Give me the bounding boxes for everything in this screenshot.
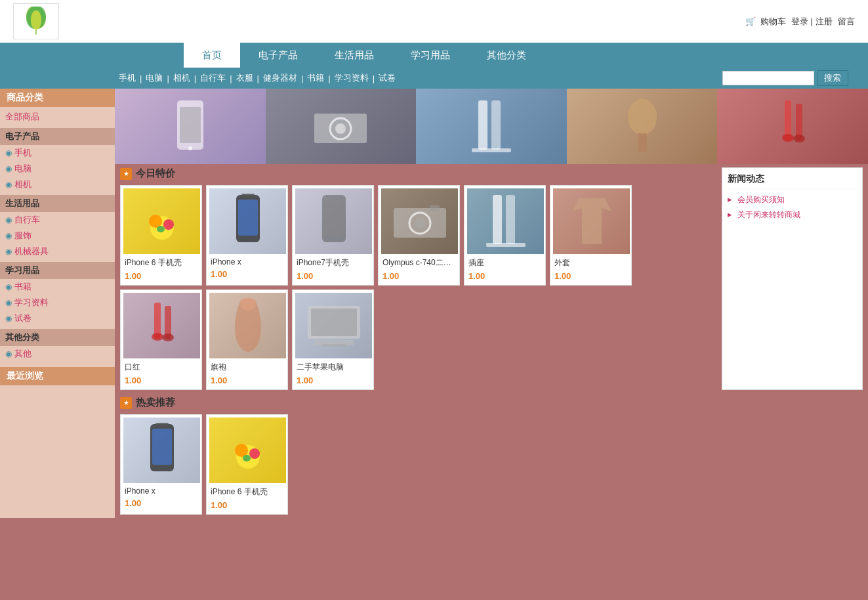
svg-point-30 <box>415 218 425 228</box>
product-card[interactable]: iPhone 6 手机壳 1.00 <box>120 185 202 286</box>
product-name: Olympus c-740二手相机 <box>381 256 457 270</box>
tab-daily[interactable]: 生活用品 <box>316 43 392 68</box>
register-link[interactable]: 注册 <box>816 16 833 28</box>
sidebar-bike: ◉ 自行车 <box>0 212 115 228</box>
sidebar-tools-link[interactable]: 机械器具 <box>14 246 49 257</box>
subnav-study-material[interactable]: 学习资料 <box>331 72 373 84</box>
arrow-icon: ◉ <box>5 215 12 225</box>
sidebar-category-title: 商品分类 <box>0 89 115 107</box>
sidebar-books-link[interactable]: 书籍 <box>14 281 31 293</box>
tab-electronics[interactable]: 电子产品 <box>240 43 316 68</box>
sidebar-exam-link[interactable]: 试卷 <box>14 312 31 324</box>
product-card[interactable]: 口红 1.00 <box>120 289 202 390</box>
svg-rect-33 <box>506 195 515 244</box>
header: 🛒 购物车 登录 | 注册 留言 <box>0 0 868 43</box>
sidebar-books: ◉ 书籍 <box>0 279 115 295</box>
search-button[interactable]: 搜索 <box>817 70 848 86</box>
product-image <box>209 418 286 483</box>
product-price: 1.00 <box>123 270 199 282</box>
arrow-icon: ◉ <box>5 180 12 189</box>
hot-recommend-title: 热卖推荐 <box>136 396 175 409</box>
svg-point-48 <box>235 444 248 457</box>
logo <box>13 3 59 39</box>
hot-product-card[interactable]: iPhone x 1.00 <box>120 414 202 515</box>
svg-point-38 <box>162 333 174 341</box>
sidebar-other: ◉ 其他 <box>0 346 115 362</box>
sidebar-other-link[interactable]: 其他 <box>14 348 31 360</box>
tab-home[interactable]: 首页 <box>184 43 240 68</box>
special-icon: ★ <box>120 168 132 180</box>
product-name: iPhone x <box>209 256 285 268</box>
svg-point-50 <box>243 455 251 461</box>
product-card[interactable]: 旗袍 1.00 <box>206 289 288 390</box>
banner-item-5[interactable] <box>717 89 868 164</box>
product-image <box>467 188 544 254</box>
arrow-icon: ◉ <box>5 314 12 323</box>
svg-point-49 <box>249 448 260 459</box>
product-image <box>209 188 286 254</box>
sidebar-tools: ◉ 机械器具 <box>0 244 115 259</box>
news-link-1[interactable]: 会员购买须知 <box>737 195 785 204</box>
subnav-book[interactable]: 书籍 <box>303 72 328 84</box>
cart-link[interactable]: 购物车 <box>760 16 786 28</box>
news-panel-title: 新闻动态 <box>728 173 857 188</box>
sidebar-phone-link[interactable]: 手机 <box>14 147 31 159</box>
svg-rect-5 <box>180 107 201 143</box>
subnav-phone[interactable]: 手机 <box>115 72 140 84</box>
sidebar-computer-link[interactable]: 电脑 <box>14 163 31 175</box>
sidebar: 商品分类 全部商品 电子产品 ◉ 手机 ◉ 电脑 ◉ 相机 生活用品 ◉ 自行车… <box>0 89 115 518</box>
product-card[interactable]: iPhone x 1.00 <box>206 185 288 286</box>
subnav-clothes[interactable]: 衣服 <box>232 72 257 84</box>
main-content: ★ 今日特价 <box>115 89 868 518</box>
news-panel: 新闻动态 会员购买须知 关于闲来转转商城 <box>722 167 863 390</box>
product-card[interactable]: 插座 1.00 <box>464 185 546 286</box>
product-name: 外套 <box>553 256 629 270</box>
product-name: iPhone x <box>123 485 199 497</box>
product-name: 口红 <box>123 360 199 374</box>
sidebar-daily-cat: 生活用品 <box>0 195 115 212</box>
product-image <box>553 188 630 254</box>
sub-nav: 手机 | 电脑 | 相机 | 自行车 | 衣服 | 健身器材 | 书籍 | 学习… <box>0 68 868 89</box>
search-input[interactable] <box>722 71 814 85</box>
subnav-camera[interactable]: 相机 <box>169 72 194 84</box>
svg-rect-41 <box>311 309 357 336</box>
svg-point-21 <box>163 219 174 230</box>
product-image <box>123 293 200 358</box>
svg-rect-46 <box>155 423 169 426</box>
product-price: 1.00 <box>123 374 199 387</box>
svg-rect-31 <box>430 205 440 211</box>
sidebar-bike-link[interactable]: 自行车 <box>14 214 40 226</box>
product-card[interactable]: iPhone7手机壳 1.00 <box>292 185 374 286</box>
sidebar-fashion-link[interactable]: 服饰 <box>14 230 31 242</box>
subnav-gym[interactable]: 健身器材 <box>259 72 301 84</box>
tab-study[interactable]: 学习用品 <box>392 43 468 68</box>
sidebar-all-goods[interactable]: 全部商品 <box>0 108 115 125</box>
login-link[interactable]: 登录 <box>791 16 808 28</box>
hot-product-card[interactable]: iPhone 6 手机壳 1.00 <box>206 414 288 515</box>
search-area: 搜索 <box>722 70 861 86</box>
product-price: 1.00 <box>209 268 285 280</box>
message-link[interactable]: 留言 <box>838 16 855 28</box>
svg-rect-11 <box>491 100 501 150</box>
news-link-2[interactable]: 关于闲来转转商城 <box>737 210 800 219</box>
product-image <box>295 188 372 254</box>
banner-item-3[interactable] <box>416 89 567 164</box>
banner-item-2[interactable] <box>266 89 417 164</box>
tab-other[interactable]: 其他分类 <box>468 43 545 68</box>
svg-point-18 <box>793 135 805 142</box>
product-card[interactable]: 二手苹果电脑 1.00 <box>292 289 374 390</box>
banner-item-4[interactable] <box>567 89 718 164</box>
product-card[interactable]: 外套 1.00 <box>550 185 632 286</box>
subnav-bike[interactable]: 自行车 <box>196 72 230 84</box>
subnav-exam[interactable]: 试卷 <box>375 72 400 84</box>
product-price: 1.00 <box>381 270 457 282</box>
sidebar-camera-link[interactable]: 相机 <box>14 179 31 190</box>
product-name: 二手苹果电脑 <box>295 360 371 374</box>
sidebar-study-material-link[interactable]: 学习资料 <box>14 297 49 309</box>
arrow-icon: ◉ <box>5 282 12 291</box>
hot-products-grid: iPhone x 1.00 iPhone 6 手机壳 1.00 <box>120 414 863 515</box>
svg-rect-27 <box>324 200 344 236</box>
product-card[interactable]: Olympus c-740二手相机 1.00 <box>378 185 460 286</box>
subnav-computer[interactable]: 电脑 <box>142 72 167 84</box>
banner-item-1[interactable] <box>115 89 266 164</box>
